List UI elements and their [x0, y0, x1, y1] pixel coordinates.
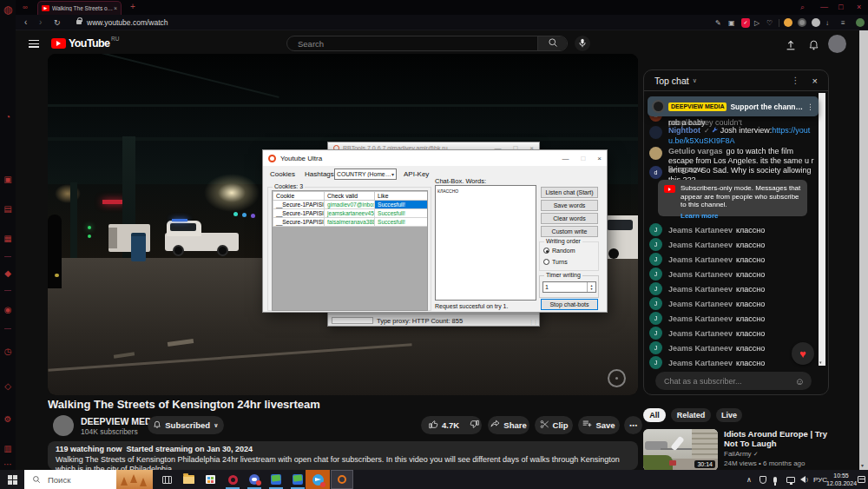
- radio-turns[interactable]: Turns: [543, 259, 568, 265]
- pinned-kebab-icon[interactable]: ⋮: [806, 102, 814, 111]
- speed-dial-icon[interactable]: ◔: [0, 113, 16, 122]
- bluestacks-icon[interactable]: [289, 470, 306, 489]
- pinned-message[interactable]: DEEPVIEW MEDIA Support the channelIf yo.…: [648, 96, 819, 116]
- chip-related[interactable]: Related: [671, 408, 711, 422]
- timer-input[interactable]: [543, 282, 587, 292]
- notifications-bell-icon[interactable]: [806, 38, 820, 52]
- description-box[interactable]: 119 watching now Started streaming on Ja…: [48, 441, 638, 470]
- chat-menu-kebab-icon[interactable]: ⋮: [792, 76, 800, 85]
- save-words-button[interactable]: Save words: [541, 200, 598, 211]
- col-check-valid[interactable]: Check valid: [325, 192, 375, 201]
- profile-avatar[interactable]: [856, 18, 865, 27]
- taskbar-search-input[interactable]: [46, 474, 112, 486]
- share-button[interactable]: Share: [488, 416, 529, 434]
- chat-input-pill[interactable]: ☺: [655, 372, 812, 390]
- guide-hamburger-icon[interactable]: [29, 40, 39, 48]
- back-icon[interactable]: ‹: [24, 17, 27, 28]
- task-view-icon[interactable]: [158, 470, 175, 489]
- account-avatar[interactable]: [828, 35, 846, 53]
- col-like[interactable]: Like: [375, 192, 428, 201]
- action-center-icon[interactable]: [858, 470, 865, 489]
- emoji-smiley-icon[interactable]: ☺: [795, 376, 805, 387]
- snapshot-icon[interactable]: ✎: [715, 19, 721, 28]
- file-explorer-icon[interactable]: [180, 470, 197, 489]
- search-highlight-image[interactable]: [116, 470, 153, 489]
- rbtools-taskbar-icon[interactable]: [331, 470, 353, 489]
- chat-input[interactable]: [662, 376, 795, 387]
- wallpaper-icon[interactable]: ▥: [0, 445, 16, 453]
- subscribed-button[interactable]: Subscribed ∨: [148, 416, 224, 434]
- chat-scrollbar[interactable]: ▾: [819, 93, 825, 366]
- start-button[interactable]: [0, 470, 24, 489]
- table-row[interactable]: __Secure-1PAPISID... faisalmeranava388..…: [273, 218, 428, 227]
- ultra-titlebar[interactable]: Youtube Ultra — □ ×: [263, 150, 607, 166]
- discord-sidebar-icon[interactable]: ▦: [0, 235, 16, 243]
- network-icon[interactable]: [786, 470, 795, 489]
- spinner-arrows[interactable]: ▴ ▾: [587, 282, 595, 292]
- reload-icon[interactable]: ↻: [54, 17, 61, 28]
- microsoft-store-icon[interactable]: [201, 470, 219, 489]
- more-actions-button[interactable]: ⋯: [624, 416, 642, 434]
- like-count[interactable]: 4.7K: [442, 420, 459, 430]
- taskbar-search-box[interactable]: [24, 470, 153, 489]
- country-combobox[interactable]: COUNTRY (Home region ▾: [334, 169, 397, 180]
- window-close-button[interactable]: ×: [857, 3, 861, 11]
- clip-button[interactable]: Clip: [535, 416, 573, 434]
- related-video-thumbnail[interactable]: 30:14: [643, 429, 718, 471]
- heart-reaction-button[interactable]: ♥: [792, 342, 814, 365]
- col-cookie[interactable]: Cookie: [273, 192, 325, 201]
- menu-cookies[interactable]: Cookies: [270, 170, 295, 178]
- table-row[interactable]: __Secure-1PAPISID... gimadiev07@inbox.ru…: [273, 201, 428, 209]
- table-row[interactable]: __Secure-1PAPISID... jeamskartaneev456..…: [273, 209, 428, 218]
- camera-icon[interactable]: ▣: [728, 19, 735, 28]
- hot-tabs-icon[interactable]: ◆: [0, 269, 16, 278]
- padlock-icon[interactable]: [76, 20, 82, 24]
- downloads-icon[interactable]: ↓: [825, 19, 829, 28]
- search-input[interactable]: [287, 36, 537, 50]
- scroll-down-arrow-icon[interactable]: ▾: [861, 462, 864, 468]
- cookies-table[interactable]: Cookie Check valid Like __Secure-1PAPISI…: [272, 190, 428, 311]
- listen-chat-button[interactable]: Listen chat (Start): [541, 187, 598, 198]
- window-search-icon[interactable]: ⌕: [800, 3, 805, 11]
- stop-chat-bots-button[interactable]: Stop chat-bots: [541, 299, 598, 310]
- chip-live[interactable]: Live: [716, 408, 742, 422]
- extension-icon[interactable]: [798, 18, 806, 27]
- defender-shield-icon[interactable]: [760, 470, 766, 489]
- extension-icon[interactable]: [812, 18, 820, 27]
- language-indicator[interactable]: РУС: [813, 470, 827, 489]
- bookmark-heart-icon[interactable]: ♡: [766, 19, 773, 28]
- related-channel[interactable]: FailArmy: [724, 450, 752, 458]
- history-icon[interactable]: ◷: [0, 347, 16, 356]
- gx-mask-icon[interactable]: ∞: [23, 3, 28, 11]
- settings-gear-icon[interactable]: ⚙: [0, 415, 16, 424]
- timer-spinner[interactable]: ▴ ▾: [542, 281, 596, 293]
- tab-close-icon[interactable]: ×: [114, 5, 117, 11]
- opera-taskbar-icon[interactable]: [224, 470, 241, 489]
- adblock-shield-icon[interactable]: ✓: [741, 18, 750, 28]
- channel-avatar[interactable]: [53, 415, 74, 436]
- menu-apikey[interactable]: API-Key: [404, 170, 429, 178]
- thumbs-up-icon[interactable]: [429, 420, 438, 431]
- twitch-icon[interactable]: ▤: [0, 205, 16, 214]
- search-bar[interactable]: [286, 36, 568, 51]
- page-scrollbar[interactable]: ▾: [859, 30, 868, 470]
- bluestacks-icon[interactable]: [267, 470, 285, 489]
- browser-tab[interactable]: ▶ Walking The Streets of Ken ×: [37, 1, 122, 15]
- related-video-title[interactable]: Idiots Around Europe | Try Not To Laugh: [724, 429, 830, 448]
- voice-search-button[interactable]: [575, 36, 590, 51]
- close-icon[interactable]: ×: [597, 155, 602, 162]
- related-video-info[interactable]: Idiots Around Europe | Try Not To Laugh …: [724, 429, 830, 467]
- maximize-icon[interactable]: □: [581, 155, 585, 162]
- emoji-extension-icon[interactable]: [784, 18, 792, 27]
- minimize-icon[interactable]: —: [562, 155, 569, 162]
- window-minimize-button[interactable]: —: [820, 3, 828, 11]
- resize-grip[interactable]: ⋮⋮: [529, 319, 537, 325]
- tray-chevron-icon[interactable]: ∧: [746, 470, 752, 489]
- extensions-icon[interactable]: ◇: [0, 382, 16, 391]
- words-textbox[interactable]: классно: [435, 185, 536, 301]
- taskbar-clock[interactable]: 10:55 12.03.2024: [826, 472, 856, 487]
- messenger-app-icon[interactable]: [246, 470, 263, 489]
- youtube-logo-icon[interactable]: [51, 38, 66, 49]
- youtube-logo-text[interactable]: YouTube: [69, 37, 109, 50]
- save-button[interactable]: Save: [578, 416, 620, 434]
